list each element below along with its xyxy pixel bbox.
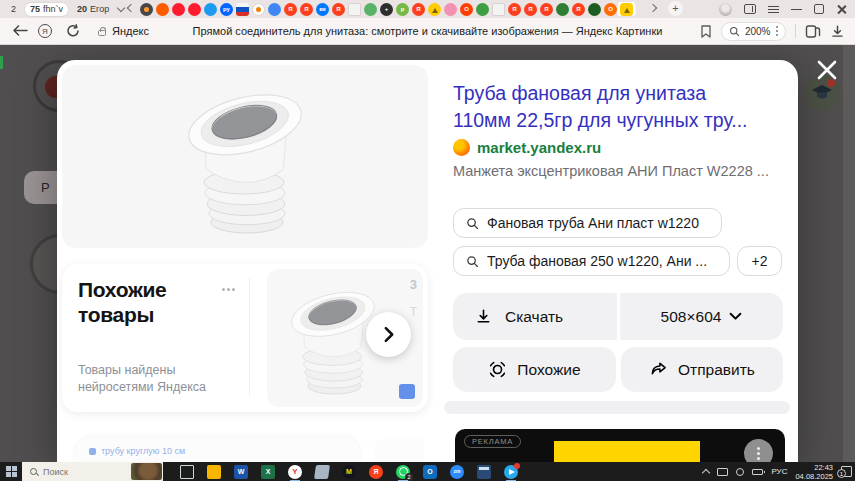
new-tab-button[interactable]: + [668,1,683,16]
bookmark-icon[interactable] [700,24,712,39]
more-options-icon[interactable] [222,288,225,291]
dark-sphere-icon[interactable] [140,3,153,16]
maximize-button[interactable] [814,4,824,14]
battery-icon[interactable] [752,469,763,475]
ok-white-icon[interactable] [252,3,265,16]
yandex-browser-icon[interactable]: Y [288,465,302,479]
outlook-icon[interactable]: O [423,465,437,479]
yandex-8-icon[interactable]: Я [572,3,585,16]
whatsapp-icon[interactable]: 2 [396,465,410,479]
file-explorer-icon[interactable] [207,465,221,479]
tray-expand-icon[interactable] [702,468,710,476]
telegram-icon[interactable] [504,465,518,479]
word-icon[interactable]: W [234,465,248,479]
leaf-green-icon[interactable] [476,3,489,16]
profile-avatar[interactable] [719,3,732,16]
tab-group-count: 75 [30,4,40,14]
dark-green-icon[interactable] [588,3,601,16]
download-button[interactable]: Скачать [453,293,617,340]
flame-icon[interactable] [156,3,169,16]
next-result-card-partial[interactable]: трубу круглую 10 см [75,437,360,462]
yandex-6-icon[interactable]: Я [524,3,537,16]
plus-dark-icon[interactable]: + [380,3,393,16]
calculator-icon[interactable] [477,465,491,479]
ru-blue-icon[interactable]: ру [220,3,233,16]
tab-group-egor[interactable]: 20 Егор [72,3,114,16]
menu-icon[interactable] [768,4,779,15]
mail-blue-icon[interactable] [204,3,217,16]
display-icon[interactable] [717,468,728,476]
flag-russia-icon[interactable] [236,3,249,16]
opera-red-1-icon[interactable] [172,3,185,16]
headset-icon[interactable] [736,468,744,476]
doc-2-icon[interactable] [492,3,505,16]
share-button[interactable]: Отправить [621,347,783,392]
tab-groups-dropdown-icon[interactable] [117,3,125,11]
page-title: Прямой соединитель для унитаза: смотрите… [193,25,663,37]
language-indicator[interactable]: РУС [771,467,787,476]
image-tab-1-icon[interactable] [428,3,441,16]
next-similar-button[interactable] [366,312,411,357]
task-view-icon[interactable] [180,465,194,479]
yandex-5-icon[interactable]: Я [508,3,521,16]
ad-banner[interactable]: РЕКЛАМА [455,429,785,462]
flower-pink-icon[interactable] [444,3,457,16]
tab-counter[interactable]: 2 [6,3,21,16]
yandex-1-icon[interactable]: Я [284,3,297,16]
sidebar-panel-icon[interactable] [744,4,756,14]
back-icon[interactable] [12,24,28,37]
next-result-card-partial[interactable] [373,437,424,462]
lock-icon[interactable] [98,30,106,36]
refresh-icon[interactable] [66,24,80,38]
image-title-link[interactable]: Труба фановая для унитаза 110мм 22,5гр д… [453,80,787,134]
more-queries-chip[interactable]: +2 [737,246,782,276]
yandex-7-icon[interactable]: Я [540,3,553,16]
resolution-selector[interactable]: 508×604 [620,293,783,340]
ad-menu-icon[interactable] [744,439,773,462]
address-site-label[interactable]: Яндекс [112,25,149,37]
minimize-button[interactable] [791,4,802,15]
excel-icon[interactable]: X [261,465,275,479]
page-scrollbar[interactable] [843,45,855,462]
image-tab-active-icon[interactable] [620,3,633,16]
collections-icon[interactable] [805,24,821,39]
source-domain: market.yandex.ru [477,139,601,156]
notes-icon[interactable] [314,465,330,479]
viewer-close-button[interactable] [815,58,839,82]
yandex-icon[interactable]: Я [369,465,383,479]
main-product-image[interactable] [62,65,428,248]
yandex-3-icon[interactable]: Я [332,3,345,16]
o-orange-icon[interactable]: О [604,3,617,16]
source-link[interactable]: market.yandex.ru [453,139,601,156]
related-query-chip[interactable]: Труба фановая 250 w1220, Ани ... [453,246,730,276]
yandex-4-icon[interactable]: Я [412,3,425,16]
opera-red-2-icon[interactable] [188,3,201,16]
zoom-app-icon[interactable]: zm [450,465,464,479]
tab-group-active[interactable]: 75 fhn`v [25,3,68,16]
doc-1-icon[interactable] [348,3,361,16]
vk-icon[interactable]: вк [316,3,329,16]
tab-scroll-left-icon[interactable] [127,4,135,12]
o-red-icon[interactable]: О [460,3,473,16]
downloads-icon[interactable] [830,24,845,39]
zoom-control[interactable]: 200% [721,22,786,41]
zoom-more-icon[interactable] [776,30,779,33]
related-query-chip[interactable]: Фановая труба Ани пласт w1220 [453,208,722,238]
window-close-button[interactable] [836,4,847,15]
tree-green-icon[interactable] [556,3,569,16]
green-p-icon[interactable]: р [396,3,409,16]
similar-images-button[interactable]: Похожие [453,347,616,392]
taskbar-search[interactable] [22,462,163,481]
search-input[interactable] [43,467,113,477]
globe-blue-icon[interactable] [268,3,281,16]
yandex-2-icon[interactable]: Я [300,3,313,16]
tab-scroll-right-icon[interactable] [649,4,657,12]
clock[interactable]: 22:43 04.08.2025 [795,463,833,481]
yandex-home-icon[interactable]: Я [38,24,52,38]
green-1-icon[interactable] [364,3,377,16]
system-tray: РУС 22:43 04.08.2025 1 [703,462,852,481]
yandex-market-icon[interactable]: M [342,465,356,479]
ad-creative [554,441,700,462]
notification-center-icon[interactable]: 1 [841,466,852,477]
start-button[interactable] [6,466,17,477]
